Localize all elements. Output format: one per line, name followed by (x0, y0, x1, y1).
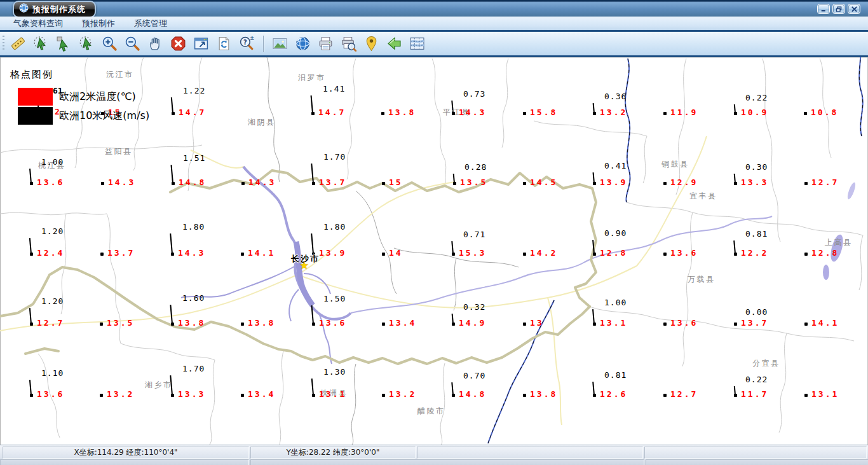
city-label: 汨罗市 (298, 73, 326, 83)
station-dot (30, 182, 33, 185)
wind-speed-value: 0.22 (745, 93, 768, 102)
station-dot (100, 253, 104, 256)
menu-forecast-production[interactable]: 预报制作 (72, 17, 125, 30)
pointer-select-button[interactable] (55, 34, 73, 53)
city-label: 宜丰县 (689, 191, 717, 202)
station-dot (382, 253, 385, 256)
globe-view-button[interactable] (294, 34, 312, 53)
close-button[interactable] (848, 4, 860, 14)
temperature-value: 13.7 (741, 318, 768, 328)
toolbar-separator (263, 36, 264, 52)
stop-button[interactable] (169, 34, 187, 53)
print-preview-icon (341, 36, 356, 52)
locate-pin-button[interactable] (362, 34, 381, 53)
temperature-value: 14.9 (459, 318, 486, 328)
status-cell-empty-1 (417, 447, 643, 459)
station-dot (452, 394, 455, 397)
legend-entry: 欧洲10米风速(m/s) (10, 106, 149, 125)
temperature-value: 10.9 (741, 108, 768, 117)
temperature-value: 12.7 (37, 318, 64, 328)
station-dot (241, 253, 244, 256)
temperature-value: 13.9 (319, 248, 346, 258)
temperature-value: 13.6 (670, 248, 698, 258)
measure-icon (10, 36, 26, 52)
station-dot (523, 112, 526, 115)
temperature-value: 11.7 (741, 389, 768, 399)
temperature-value: 14.1 (248, 248, 275, 258)
full-extent-button[interactable] (192, 34, 210, 53)
station-dot (30, 253, 33, 256)
station-dot (171, 323, 174, 326)
wind-speed-value: 0.22 (745, 375, 768, 384)
legend-swatch (18, 107, 53, 125)
temperature-value: 15.3 (459, 248, 486, 258)
station-dot (452, 112, 455, 115)
menu-bar: 气象资料查询预报制作系统管理 (0, 17, 868, 30)
temperature-value: 13.8 (248, 318, 275, 328)
temperature-value: 10.8 (811, 108, 838, 117)
temperature-value: 11.9 (670, 108, 698, 117)
print-icon (318, 36, 334, 52)
temperature-value: 14.3 (108, 177, 135, 187)
legend-entry: 欧洲2米温度(℃) (10, 87, 149, 106)
clear-selection-button[interactable] (78, 34, 96, 53)
refresh-button[interactable] (215, 34, 233, 53)
wind-barb (171, 97, 173, 113)
legend-title: 格点图例 (10, 69, 149, 81)
city-label: 湘乡市 (145, 380, 173, 391)
full-extent-icon (193, 36, 209, 52)
svg-text:?: ? (243, 39, 247, 46)
window-title: 预报制作系统 (32, 4, 86, 15)
restore-button[interactable] (832, 4, 845, 14)
map-overview-button[interactable] (408, 34, 426, 53)
temperature-value: 13.1 (811, 389, 839, 399)
print-preview-button[interactable] (339, 34, 358, 53)
temperature-value: 13.8 (530, 389, 557, 399)
station-dot (734, 253, 737, 256)
temperature-value: 13.2 (389, 389, 416, 399)
wind-barb (170, 305, 173, 324)
wind-speed-value: 1.20 (41, 226, 64, 236)
temperature-value: 12.7 (670, 389, 698, 399)
station-dot (804, 253, 808, 256)
minimize-button[interactable] (817, 4, 830, 14)
station-dot (593, 253, 596, 256)
map-canvas[interactable]: 1514.71.2214.71.4113.814.30.7315.813.20.… (0, 57, 868, 445)
select-features-button[interactable] (32, 34, 50, 53)
temperature-value: 14.7 (318, 108, 346, 117)
window-title-tab: 预报制作系统 (13, 1, 96, 18)
identify-button[interactable]: ?± (238, 34, 256, 53)
zoom-in-button[interactable] (100, 34, 119, 53)
zoom-out-button[interactable] (123, 34, 142, 53)
back-button[interactable] (385, 34, 403, 53)
wind-barb (311, 95, 313, 113)
wind-barb (29, 380, 32, 395)
select-circle-icon (79, 36, 95, 52)
menu-weather-data-query[interactable]: 气象资料查询 (4, 17, 72, 30)
export-image-button[interactable] (271, 34, 289, 53)
wind-barb (733, 240, 736, 254)
temperature-value: 13.4 (389, 318, 416, 328)
temperature-value: 14.8 (459, 389, 486, 399)
app-window: 预报制作系统 气象资料查询预报制作系统管理 ?± (0, 0, 868, 465)
temperature-value: 14.3 (178, 248, 205, 258)
status-cell-empty-2 (644, 447, 867, 459)
station-dot (241, 323, 244, 326)
win-restore-icon (835, 6, 843, 13)
wind-barb (311, 233, 314, 254)
station-dot (523, 394, 526, 397)
map-grid-icon (409, 36, 425, 52)
measure-tool-button[interactable] (9, 34, 27, 53)
pan-button[interactable] (146, 34, 165, 53)
temperature-value: 12.6 (600, 389, 627, 399)
zoom-in-icon (102, 36, 118, 52)
wind-speed-value: 1.20 (41, 296, 64, 306)
menu-system-management[interactable]: 系统管理 (125, 17, 177, 30)
temperature-value: 13.3 (741, 177, 768, 187)
station-dot (804, 112, 807, 115)
print-button[interactable] (316, 34, 335, 53)
station-dot (663, 112, 667, 115)
wind-barb (592, 382, 595, 395)
status-x-coordinate: X坐标:114.29 经度:110°0'4" (3, 447, 249, 459)
temperature-value: 14.7 (179, 108, 206, 117)
